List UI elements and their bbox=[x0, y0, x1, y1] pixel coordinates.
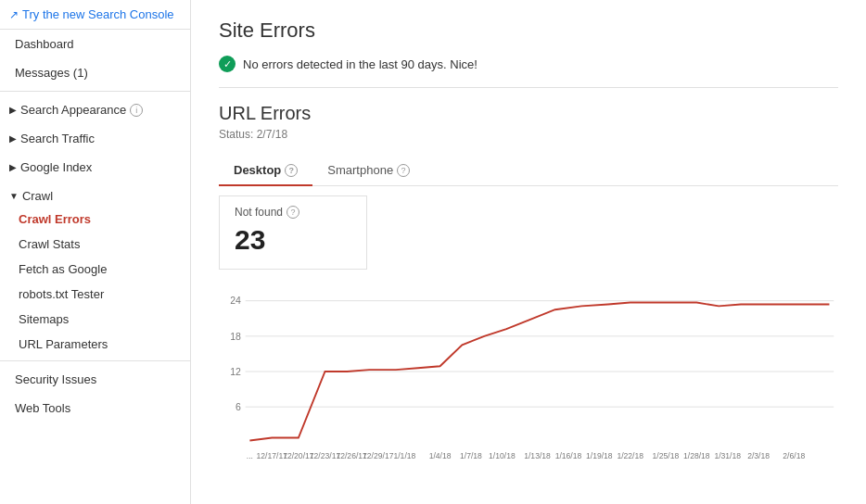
svg-text:12/29/17: 12/29/17 bbox=[363, 451, 394, 460]
svg-text:1/22/18: 1/22/18 bbox=[617, 451, 643, 460]
sidebar: ↗ Try the new Search Console Dashboard M… bbox=[0, 0, 191, 504]
tab-smartphone[interactable]: Smartphone ? bbox=[312, 156, 425, 186]
not-found-help-icon[interactable]: ? bbox=[287, 206, 299, 219]
svg-text:...: ... bbox=[247, 451, 253, 460]
stat-value: 23 bbox=[235, 224, 351, 256]
svg-text:12: 12 bbox=[230, 367, 241, 377]
sidebar-item-sitemaps[interactable]: Sitemaps bbox=[0, 307, 190, 332]
check-icon: ✓ bbox=[219, 56, 236, 72]
svg-text:1/7/18: 1/7/18 bbox=[460, 451, 482, 460]
sidebar-item-fetch-as-google[interactable]: Fetch as Google bbox=[0, 257, 190, 282]
sidebar-item-url-parameters[interactable]: URL Parameters bbox=[0, 332, 190, 357]
sidebar-item-robots-txt-tester[interactable]: robots.txt Tester bbox=[0, 282, 190, 307]
smartphone-help-icon[interactable]: ? bbox=[397, 164, 410, 177]
sidebar-item-crawl-stats[interactable]: Crawl Stats bbox=[0, 232, 190, 257]
svg-text:1/13/18: 1/13/18 bbox=[524, 451, 551, 460]
svg-text:1/1/18: 1/1/18 bbox=[393, 451, 415, 460]
svg-text:1/10/18: 1/10/18 bbox=[489, 451, 516, 460]
sidebar-section-google-index[interactable]: ▶ Google Index bbox=[0, 153, 190, 182]
try-new-link[interactable]: ↗ Try the new Search Console bbox=[9, 7, 174, 21]
chart-svg-area: 24 18 12 6 ... 12/17/17 12/20/17 12/23/1… bbox=[219, 279, 838, 467]
info-icon[interactable]: i bbox=[130, 104, 143, 117]
sidebar-item-web-tools[interactable]: Web Tools bbox=[0, 394, 190, 422]
arrow-right-icon: ▶ bbox=[9, 162, 17, 172]
svg-text:1/28/18: 1/28/18 bbox=[683, 451, 710, 460]
sidebar-item-messages[interactable]: Messages (1) bbox=[0, 58, 190, 87]
svg-text:1/4/18: 1/4/18 bbox=[429, 451, 452, 460]
svg-text:2/6/18: 2/6/18 bbox=[783, 451, 805, 460]
svg-text:2/3/18: 2/3/18 bbox=[747, 451, 770, 460]
sidebar-section-search-appearance[interactable]: ▶ Search Appearance i bbox=[0, 95, 190, 124]
arrow-right-icon: ▶ bbox=[9, 133, 17, 144]
sidebar-item-security-issues[interactable]: Security Issues bbox=[0, 365, 190, 394]
url-errors-status: Status: 2/7/18 bbox=[219, 128, 838, 141]
try-new-label: Try the new Search Console bbox=[22, 7, 174, 21]
arrow-right-icon: ▶ bbox=[9, 105, 17, 115]
main-content: Site Errors ✓ No errors detected in the … bbox=[191, 0, 866, 504]
svg-text:1/16/18: 1/16/18 bbox=[555, 451, 582, 460]
site-errors-ok-text: No errors detected in the last 90 days. … bbox=[243, 57, 478, 71]
sidebar-section-crawl[interactable]: ▼ Crawl bbox=[0, 182, 190, 207]
svg-text:6: 6 bbox=[236, 402, 241, 412]
tab-desktop[interactable]: Desktop ? bbox=[219, 156, 312, 186]
external-link-icon: ↗ bbox=[9, 8, 19, 21]
svg-text:1/31/18: 1/31/18 bbox=[714, 451, 741, 460]
page-title: Site Errors bbox=[219, 19, 838, 43]
stat-label: Not found ? bbox=[235, 206, 351, 219]
svg-text:24: 24 bbox=[230, 296, 241, 306]
try-new-search-console-banner[interactable]: ↗ Try the new Search Console bbox=[0, 0, 190, 30]
not-found-stat-card: Not found ? 23 bbox=[219, 195, 367, 270]
line-chart: 24 18 12 6 ... 12/17/17 12/20/17 12/23/1… bbox=[219, 279, 838, 464]
sidebar-section-search-traffic[interactable]: ▶ Search Traffic bbox=[0, 124, 190, 153]
arrow-down-icon: ▼ bbox=[9, 191, 19, 201]
svg-text:1/25/18: 1/25/18 bbox=[653, 451, 680, 460]
section-divider bbox=[219, 87, 838, 88]
url-errors-title: URL Errors bbox=[219, 103, 838, 124]
sidebar-item-dashboard[interactable]: Dashboard bbox=[0, 30, 190, 58]
svg-text:1/19/18: 1/19/18 bbox=[586, 451, 613, 460]
desktop-help-icon[interactable]: ? bbox=[285, 164, 298, 177]
site-errors-status: ✓ No errors detected in the last 90 days… bbox=[219, 56, 838, 72]
divider bbox=[0, 360, 190, 361]
sidebar-item-crawl-errors[interactable]: Crawl Errors bbox=[0, 207, 190, 232]
chart-container: Not found ? 23 24 18 12 6 bbox=[219, 195, 838, 467]
divider bbox=[0, 91, 190, 92]
url-errors-tabs: Desktop ? Smartphone ? bbox=[219, 156, 838, 186]
svg-text:18: 18 bbox=[230, 332, 241, 342]
